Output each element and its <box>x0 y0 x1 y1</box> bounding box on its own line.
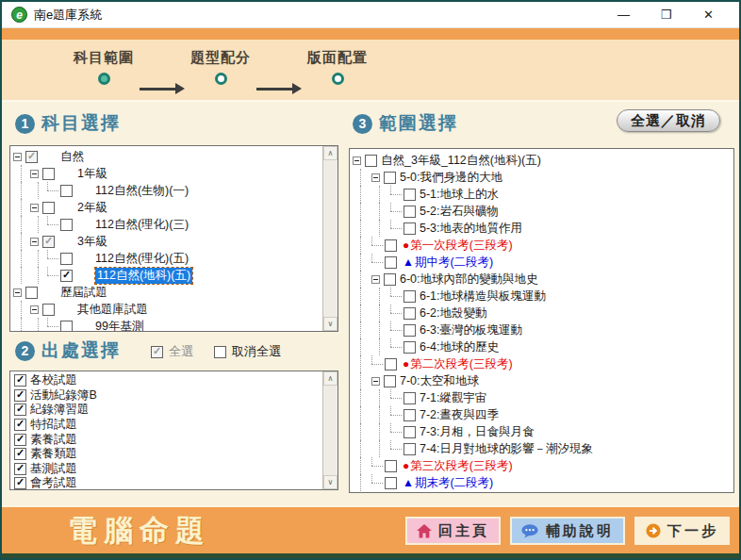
source-checkbox[interactable] <box>14 389 26 402</box>
source-list-item[interactable]: 活動紀錄簿B <box>12 388 321 404</box>
minimize-button[interactable]: — <box>602 3 645 27</box>
tree-checkbox[interactable] <box>403 443 416 455</box>
home-button[interactable]: 回主頁 <box>405 517 501 545</box>
source-checkbox[interactable] <box>14 477 26 489</box>
tree-checkbox[interactable] <box>403 324 416 337</box>
tree-node-label[interactable]: 2年級 <box>77 200 107 216</box>
source-checkbox[interactable] <box>14 374 26 387</box>
tree-row[interactable]: 5-3:地表的地質作用 <box>353 220 730 237</box>
subject-tree-scrollbar[interactable]: ∧ ∨ <box>322 146 338 331</box>
select-all-checkbox-group[interactable]: 全選 <box>151 343 193 360</box>
tree-node-label[interactable]: 7-2:晝夜與四季 <box>420 407 499 423</box>
tree-checkbox[interactable] <box>403 307 416 320</box>
tree-row[interactable]: 3年級 <box>13 233 321 250</box>
tree-node-label[interactable]: 期末考(二段考) <box>415 475 493 491</box>
tree-node-label[interactable]: 6-2:地殼變動 <box>420 305 487 321</box>
deselect-all-checkbox[interactable] <box>214 346 226 358</box>
tree-checkbox[interactable] <box>403 426 416 438</box>
next-button[interactable]: 下一步 <box>634 517 730 545</box>
tree-checkbox[interactable] <box>60 270 73 282</box>
tree-node-label[interactable]: 7-4:日月對地球的影響－潮汐現象 <box>420 441 593 457</box>
tree-checkbox[interactable] <box>385 358 397 371</box>
collapse-icon[interactable] <box>13 153 22 161</box>
tree-node-label[interactable]: 7-0:太空和地球 <box>400 373 479 389</box>
collapse-icon[interactable] <box>371 275 380 284</box>
deselect-all-checkbox-group[interactable]: 取消全選 <box>214 343 281 360</box>
collapse-icon[interactable] <box>371 173 380 182</box>
tree-row[interactable]: 7-3:月相，日食與月食 <box>353 423 730 440</box>
source-list-item[interactable]: 各校試題 <box>12 373 321 388</box>
source-checkbox[interactable] <box>14 448 26 460</box>
tree-row[interactable]: 其他題庫試題 <box>13 301 321 318</box>
tree-checkbox[interactable] <box>60 185 73 197</box>
select-all-checkbox[interactable] <box>151 346 163 358</box>
tree-row[interactable]: 自然_3年級_112自然(地科)(五) <box>353 152 730 169</box>
tree-row[interactable]: 歷屆試題 <box>13 284 321 301</box>
source-list-item[interactable]: 基測試題 <box>12 462 321 477</box>
tree-checkbox[interactable] <box>385 460 397 472</box>
tree-row[interactable]: 112自然(理化)(三) <box>13 216 321 233</box>
tree-checkbox[interactable] <box>403 341 416 354</box>
tree-node-label[interactable]: 5-2:岩石與礦物 <box>420 204 499 220</box>
select-toggle-button[interactable]: 全選／取消 <box>617 109 720 132</box>
tree-row[interactable]: 7-0:太空和地球 <box>353 372 730 389</box>
tree-checkbox[interactable] <box>60 321 73 333</box>
tree-row[interactable]: 5-0:我們身邊的大地 <box>353 169 730 186</box>
tree-node-label[interactable]: 112自然(生物)(一) <box>95 183 189 199</box>
tree-checkbox[interactable] <box>365 155 377 167</box>
tree-checkbox[interactable] <box>42 304 55 316</box>
tree-node-label[interactable]: 6-4:地球的歷史 <box>420 339 499 355</box>
tree-node-label[interactable]: 6-1:地球構造與板塊運動 <box>420 288 546 305</box>
collapse-icon[interactable] <box>30 204 39 212</box>
tree-node-label[interactable]: 112自然(地科)(五) <box>95 268 192 284</box>
tree-node-label[interactable]: 自然 <box>60 149 84 165</box>
tree-checkbox[interactable] <box>384 375 396 387</box>
source-list-item[interactable]: 素養試題 <box>12 432 321 447</box>
tree-checkbox[interactable] <box>384 172 396 184</box>
tree-node-label[interactable]: 7-3:月相，日食與月食 <box>420 424 535 440</box>
tree-node-label[interactable]: 1年級 <box>77 166 107 182</box>
source-checkbox[interactable] <box>14 463 26 475</box>
tree-node-label[interactable]: 第三次段考(三段考) <box>410 458 512 474</box>
tree-node-label[interactable]: 歷屆試題 <box>60 285 107 301</box>
tree-row[interactable]: 5-1:地球上的水 <box>353 186 730 203</box>
source-list-item[interactable]: 紀錄簿習題 <box>12 403 321 418</box>
scroll-down-icon[interactable]: ∨ <box>323 475 338 489</box>
tree-row[interactable]: 自然 <box>13 148 321 165</box>
tree-row[interactable]: 112自然(地科)(五) <box>13 267 321 284</box>
tree-node-label[interactable]: 5-3:地表的地質作用 <box>420 221 522 237</box>
tree-row[interactable]: ●第二次段考(三段考) <box>353 355 730 372</box>
tree-node-label[interactable]: 112自然(理化)(三) <box>95 217 189 233</box>
tree-node-label[interactable]: 期中考(二段考) <box>415 255 493 271</box>
collapse-icon[interactable] <box>13 288 22 297</box>
scroll-up-icon[interactable]: ∧ <box>323 371 338 386</box>
tree-node-label[interactable]: 99年基測 <box>95 319 143 333</box>
tree-checkbox[interactable] <box>403 290 416 303</box>
tree-row[interactable]: ●第三次段考(三段考) <box>353 457 730 474</box>
tree-node-label[interactable]: 其他題庫試題 <box>77 302 148 318</box>
tree-checkbox[interactable] <box>385 256 397 269</box>
tree-node-label[interactable]: 第一次段考(三段考) <box>410 238 512 254</box>
tree-row[interactable]: 7-4:日月對地球的影響－潮汐現象 <box>353 440 730 457</box>
source-list-item[interactable]: 會考試題 <box>12 476 321 490</box>
tree-row[interactable]: 6-4:地球的歷史 <box>353 338 730 355</box>
tree-row[interactable]: 112自然(理化)(五) <box>13 250 321 267</box>
source-checkbox[interactable] <box>14 404 26 416</box>
tree-row[interactable]: 7-2:晝夜與四季 <box>353 406 730 423</box>
scroll-up-icon[interactable]: ∧ <box>323 146 338 160</box>
tree-row[interactable]: 6-0:地球內部的變動與地史 <box>353 271 730 288</box>
tree-row[interactable]: 6-3:臺灣的板塊運動 <box>353 321 730 338</box>
source-list-item[interactable]: 特招試題 <box>12 418 321 433</box>
tree-row[interactable]: ▲期中考(二段考) <box>353 254 730 271</box>
tree-node-label[interactable]: 5-1:地球上的水 <box>420 187 499 203</box>
tree-checkbox[interactable] <box>42 168 55 180</box>
tree-row[interactable]: 6-1:地球構造與板塊運動 <box>353 288 730 305</box>
tree-node-label[interactable]: 7-1:縱觀宇宙 <box>420 390 487 406</box>
tree-row[interactable]: ▲期末考(二段考) <box>353 474 730 491</box>
tree-checkbox[interactable] <box>385 239 397 252</box>
tree-checkbox[interactable] <box>25 151 38 163</box>
collapse-icon[interactable] <box>30 305 39 314</box>
tree-checkbox[interactable] <box>384 273 396 286</box>
help-button[interactable]: 輔助說明 <box>510 517 625 545</box>
tree-checkbox[interactable] <box>42 236 55 248</box>
